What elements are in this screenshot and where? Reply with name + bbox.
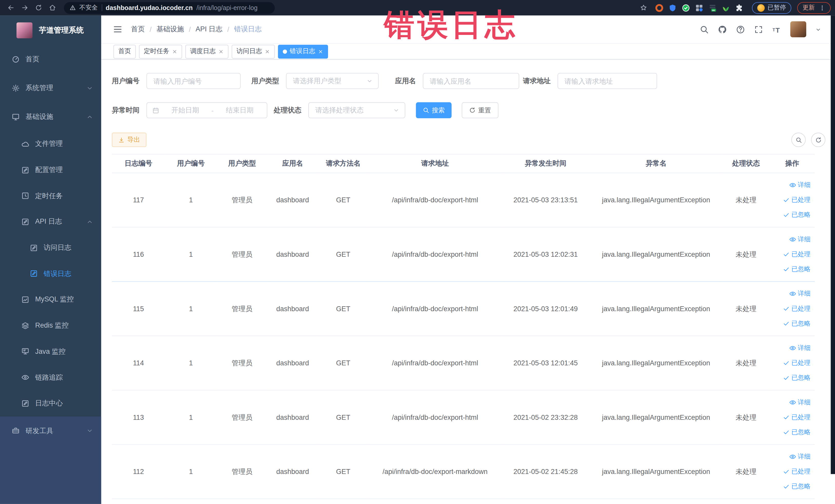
- action-已忽略[interactable]: 已忽略: [783, 373, 811, 382]
- fullscreen-icon[interactable]: [754, 25, 763, 34]
- address-bar[interactable]: 不安全 dashboard.yudao.iocoder.cn/infra/log…: [64, 2, 275, 14]
- close-icon[interactable]: [219, 49, 224, 54]
- action-已处理[interactable]: 已处理: [783, 358, 811, 367]
- avatar[interactable]: [790, 21, 806, 37]
- tag-定时任务[interactable]: 定时任务: [139, 44, 182, 58]
- sidebar-item-error-log[interactable]: 错误日志: [0, 261, 101, 286]
- tag-访问日志[interactable]: 访问日志: [231, 44, 274, 58]
- menu-fold-icon[interactable]: [113, 24, 122, 34]
- action-详细[interactable]: 详细: [789, 398, 811, 407]
- kebab-menu-icon[interactable]: [819, 4, 826, 12]
- search-button[interactable]: 搜索: [416, 102, 451, 118]
- table-row: 1171管理员dashboardGET/api/infra/db-doc/exp…: [112, 173, 815, 227]
- close-icon[interactable]: [318, 49, 323, 54]
- puzzle-extension-icon[interactable]: [735, 3, 743, 12]
- sidebar-item-trace[interactable]: 链路追踪: [0, 364, 101, 390]
- action-label: 详细: [798, 344, 811, 352]
- sidebar-item-mysql[interactable]: MySQL 监控: [0, 286, 101, 313]
- hide-search-button[interactable]: [791, 133, 806, 147]
- sidebar-logo[interactable]: 芋道管理系统: [0, 15, 101, 45]
- export-button[interactable]: 导出: [112, 133, 147, 147]
- action-详细[interactable]: 详细: [789, 452, 811, 461]
- action-已忽略[interactable]: 已忽略: [783, 265, 811, 274]
- filter-row-2: 异常时间 开始日期 - 结束日期 处理状态 请选择处理状态 搜索: [112, 102, 826, 118]
- grid-extension-icon[interactable]: [695, 3, 703, 12]
- home-icon[interactable]: [46, 2, 59, 14]
- question-icon[interactable]: [736, 25, 745, 34]
- action-详细[interactable]: 详细: [789, 289, 811, 298]
- date-range-picker[interactable]: 开始日期 - 结束日期: [147, 102, 267, 118]
- action-已处理[interactable]: 已处理: [783, 467, 811, 476]
- close-icon[interactable]: [265, 49, 270, 54]
- sidebar-item-job[interactable]: 定时任务: [0, 183, 101, 209]
- sidebar-item-home[interactable]: 首页: [0, 45, 101, 74]
- log-icon: [30, 269, 38, 278]
- leaf-extension-icon[interactable]: [721, 3, 730, 12]
- action-已忽略[interactable]: 已忽略: [783, 319, 811, 328]
- cell-user_id: 1: [165, 281, 217, 336]
- briefcase-icon: [12, 427, 20, 435]
- app-title: 芋道管理系统: [39, 25, 83, 35]
- action-已忽略[interactable]: 已忽略: [783, 428, 811, 437]
- refresh-table-button[interactable]: [811, 133, 826, 147]
- chevron-up-icon: [87, 114, 93, 120]
- bookmark-star-icon[interactable]: [638, 2, 649, 14]
- breadcrumb-item[interactable]: 首页: [131, 24, 145, 34]
- blue-shield-extension-icon[interactable]: [668, 3, 677, 12]
- sidebar-item-java[interactable]: Java 监控: [0, 338, 101, 364]
- reset-button[interactable]: 重置: [462, 102, 498, 118]
- browser-update-button[interactable]: 更新: [797, 2, 831, 14]
- url-separator: [101, 4, 102, 11]
- profile-paused-badge[interactable]: 已暂停: [752, 2, 791, 14]
- table-row: 1151管理员dashboardGET/api/infra/db-doc/exp…: [112, 281, 815, 336]
- github-icon[interactable]: [718, 25, 727, 34]
- cell-id: 113: [112, 390, 165, 445]
- tag-调度日志[interactable]: 调度日志: [185, 44, 228, 58]
- action-已忽略[interactable]: 已忽略: [783, 482, 811, 491]
- action-已处理[interactable]: 已处理: [783, 413, 811, 422]
- security-label[interactable]: 不安全: [79, 4, 98, 12]
- profile-status-label: 已暂停: [768, 4, 786, 12]
- close-icon[interactable]: [172, 49, 177, 54]
- green-check-extension-icon[interactable]: [681, 3, 690, 12]
- orange-ring-extension-icon[interactable]: [655, 3, 663, 12]
- cell-id: 112: [112, 444, 165, 499]
- sidebar-item-log-center[interactable]: 日志中心: [0, 390, 101, 416]
- user-type-select[interactable]: 请选择用户类型: [286, 73, 379, 89]
- action-已处理[interactable]: 已处理: [783, 304, 811, 313]
- action-详细[interactable]: 详细: [789, 344, 811, 352]
- action-已处理[interactable]: 已处理: [783, 250, 811, 259]
- column-header: 请求地址: [369, 154, 502, 173]
- reload-icon[interactable]: [32, 2, 45, 14]
- back-icon[interactable]: [4, 2, 17, 14]
- tag-错误日志[interactable]: 错误日志: [278, 44, 328, 58]
- tag-label: 首页: [118, 47, 131, 56]
- request-url-input[interactable]: [557, 73, 657, 89]
- page-scrollbar[interactable]: [831, 15, 835, 474]
- sidebar-item-api-log[interactable]: API 日志: [0, 209, 101, 235]
- caret-down-icon[interactable]: [815, 26, 821, 32]
- user-id-input[interactable]: [147, 73, 241, 89]
- on-toggle-extension-icon[interactable]: on: [708, 3, 716, 12]
- cell-exception: java.lang.IllegalArgumentException: [590, 444, 723, 499]
- fontsize-icon[interactable]: TT: [772, 25, 781, 34]
- action-详细[interactable]: 详细: [789, 235, 811, 244]
- breadcrumb-item[interactable]: 基础设施: [156, 24, 184, 34]
- action-已忽略[interactable]: 已忽略: [783, 210, 811, 219]
- action-已处理[interactable]: 已处理: [783, 195, 811, 204]
- status-select[interactable]: 请选择处理状态: [308, 102, 405, 118]
- action-详细[interactable]: 详细: [789, 181, 811, 189]
- sidebar-item-config[interactable]: 配置管理: [0, 157, 101, 183]
- sidebar-item-system[interactable]: 系统管理: [0, 74, 101, 102]
- tag-首页[interactable]: 首页: [114, 44, 136, 58]
- app-name-input[interactable]: [423, 73, 519, 89]
- sidebar-item-dev-tools[interactable]: 研发工具: [0, 416, 101, 445]
- cell-user_id: 1: [165, 227, 217, 282]
- sidebar-item-redis[interactable]: Redis 监控: [0, 313, 101, 338]
- breadcrumb-item[interactable]: API 日志: [196, 24, 223, 34]
- sidebar-item-file[interactable]: 文件管理: [0, 131, 101, 157]
- search-icon[interactable]: [700, 25, 709, 34]
- sidebar-item-infra[interactable]: 基础设施: [0, 102, 101, 131]
- forward-icon[interactable]: [18, 2, 31, 14]
- sidebar-item-access-log[interactable]: 访问日志: [0, 235, 101, 261]
